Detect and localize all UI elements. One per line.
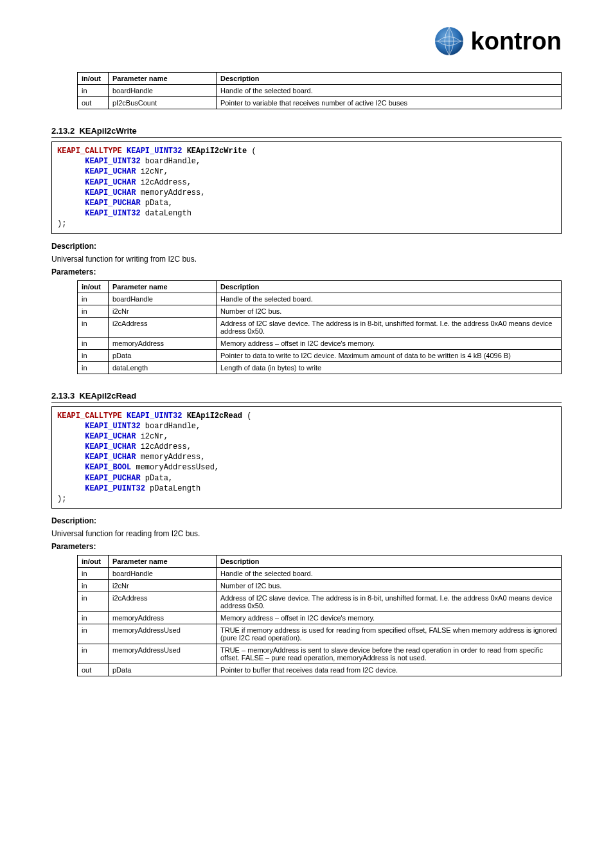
table-cell: out <box>78 664 109 676</box>
table-row: inmemoryAddressMemory address – offset i… <box>78 337 562 349</box>
th-desc: Description <box>217 556 562 568</box>
table-cell: in <box>78 317 109 337</box>
table-cell: in <box>78 305 109 317</box>
table-cell: Handle of the selected board. <box>217 568 562 580</box>
table-row: indataLengthLength of data (in bytes) to… <box>78 361 562 374</box>
th-param: Parameter name <box>109 280 217 293</box>
table-cell: pData <box>109 349 217 361</box>
table-cell: in <box>78 337 109 349</box>
table-cell: Pointer to variable that receives number… <box>217 97 562 109</box>
desc-text: Universal function for reading from I2C … <box>51 529 562 538</box>
th-param: Parameter name <box>109 556 217 568</box>
table-row: outpDataPointer to buffer that receives … <box>78 664 562 676</box>
table-cell: TRUE if memory address is used for readi… <box>217 624 562 644</box>
table-cell: memoryAddressUsed <box>109 644 217 664</box>
intro-params-table: in/out Parameter name Description inboar… <box>77 72 562 109</box>
table-cell: Pointer to data to write to I2C device. … <box>217 349 562 361</box>
table-row: inboardHandleHandle of the selected boar… <box>78 293 562 305</box>
code-block-write: KEAPI_CALLTYPE KEAPI_UINT32 KEApiI2cWrit… <box>51 141 562 234</box>
table-cell: in <box>78 592 109 612</box>
table-cell: i2cNr <box>109 305 217 317</box>
table-cell: Memory address – offset in I2C device's … <box>217 337 562 349</box>
table-row: inmemoryAddressUsedTRUE – memoryAddress … <box>78 644 562 664</box>
section-title: KEApiI2cRead <box>79 391 136 401</box>
section-header-read: 2.13.3 KEApiI2cRead <box>51 391 562 402</box>
table-cell: boardHandle <box>109 568 217 580</box>
table-cell: TRUE – memoryAddress is sent to slave de… <box>217 644 562 664</box>
table-row: ini2cAddressAddress of I2C slave device.… <box>78 317 562 337</box>
brand-name: kontron <box>471 28 562 55</box>
table-cell: i2cAddress <box>109 317 217 337</box>
read-tbody: inboardHandleHandle of the selected boar… <box>78 568 562 676</box>
table-cell: in <box>78 361 109 374</box>
table-cell: i2cAddress <box>109 592 217 612</box>
table-cell: Pointer to buffer that receives data rea… <box>217 664 562 676</box>
table-cell: Number of I2C bus. <box>217 580 562 592</box>
table-cell: in <box>78 644 109 664</box>
logo-row: kontron <box>51 26 562 57</box>
write-params-table: in/out Parameter name Description inboar… <box>77 280 562 374</box>
table-row: inmemoryAddressMemory address – offset i… <box>78 612 562 624</box>
th-desc: Description <box>217 280 562 293</box>
table-row: inboardHandleHandle of the selected boar… <box>78 568 562 580</box>
table-cell: pData <box>109 664 217 676</box>
section-num: 2.13.2 <box>51 126 75 136</box>
table-cell: boardHandle <box>109 293 217 305</box>
table-cell: memoryAddress <box>109 337 217 349</box>
table-cell: Address of I2C slave device. The address… <box>217 592 562 612</box>
table-cell: Length of data (in bytes) to write <box>217 361 562 374</box>
brand-logo: kontron <box>434 26 562 57</box>
read-params-table: in/out Parameter name Description inboar… <box>77 555 562 676</box>
table-row: inpDataPointer to data to write to I2C d… <box>78 349 562 361</box>
table-cell: Number of I2C bus. <box>217 305 562 317</box>
th-inout: in/out <box>78 73 109 85</box>
table-cell: Address of I2C slave device. The address… <box>217 317 562 337</box>
th-desc: Description <box>217 73 562 85</box>
table-cell: in <box>78 624 109 644</box>
table-cell: in <box>78 293 109 305</box>
table-row: inmemoryAddressUsedTRUE if memory addres… <box>78 624 562 644</box>
desc-text: Universal function for writing from I2C … <box>51 255 562 264</box>
table-cell: in <box>78 85 109 97</box>
th-inout: in/out <box>78 556 109 568</box>
table-cell: Handle of the selected board. <box>217 293 562 305</box>
table-cell: in <box>78 580 109 592</box>
section-num: 2.13.3 <box>51 391 75 401</box>
desc-label: Description: <box>51 516 562 525</box>
write-tbody: inboardHandleHandle of the selected boar… <box>78 293 562 374</box>
code-block-read: KEAPI_CALLTYPE KEAPI_UINT32 KEApiI2cRead… <box>51 406 562 509</box>
table-cell: out <box>78 97 109 109</box>
table-cell: in <box>78 568 109 580</box>
table-cell: pI2cBusCount <box>109 97 217 109</box>
th-inout: in/out <box>78 280 109 293</box>
params-label: Parameters: <box>51 542 562 551</box>
table-row: outpI2cBusCountPointer to variable that … <box>78 97 562 109</box>
th-param: Parameter name <box>109 73 217 85</box>
table-cell: Memory address – offset in I2C device's … <box>217 612 562 624</box>
table-cell: Handle of the selected board. <box>217 85 562 97</box>
table-cell: memoryAddressUsed <box>109 624 217 644</box>
table-row: ini2cNrNumber of I2C bus. <box>78 580 562 592</box>
section-title: KEApiI2cWrite <box>79 126 136 136</box>
table-cell: in <box>78 349 109 361</box>
desc-label: Description: <box>51 242 562 251</box>
table-cell: i2cNr <box>109 580 217 592</box>
table-cell: memoryAddress <box>109 612 217 624</box>
table-row: inboardHandleHandle of the selected boar… <box>78 85 562 97</box>
table-cell: boardHandle <box>109 85 217 97</box>
table-row: ini2cNrNumber of I2C bus. <box>78 305 562 317</box>
table-row: ini2cAddressAddress of I2C slave device.… <box>78 592 562 612</box>
params-label: Parameters: <box>51 267 562 276</box>
table-cell: dataLength <box>109 361 217 374</box>
section-header-write: 2.13.2 KEApiI2cWrite <box>51 126 562 138</box>
table-cell: in <box>78 612 109 624</box>
kontron-globe-icon <box>434 26 465 57</box>
intro-tbody: inboardHandleHandle of the selected boar… <box>78 85 562 109</box>
